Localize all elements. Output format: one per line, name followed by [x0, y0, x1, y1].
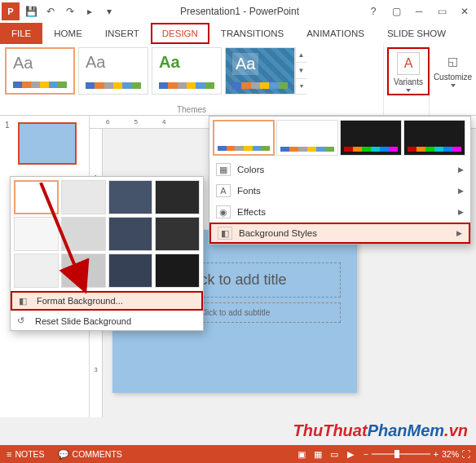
close-button[interactable]: ✕: [453, 2, 476, 20]
bg-style-2[interactable]: [61, 180, 106, 214]
tab-animations[interactable]: ANIMATIONS: [295, 23, 376, 44]
background-styles-submenu: ◧ Format Background... ↺ Reset Slide Bac…: [10, 176, 204, 331]
bg-style-5[interactable]: [14, 217, 59, 251]
customize-group: ◱ Customize: [429, 44, 476, 115]
bg-style-6[interactable]: [61, 217, 106, 251]
ribbon-options-button[interactable]: ▢: [385, 2, 408, 20]
tab-slideshow[interactable]: SLIDE SHOW: [376, 23, 457, 44]
bg-style-7[interactable]: [108, 217, 153, 251]
chevron-right-icon: ▶: [458, 187, 464, 195]
theme-thumb-4[interactable]: Aa: [225, 47, 295, 95]
notes-button[interactable]: ≡ NOTES: [0, 449, 51, 459]
bg-style-11[interactable]: [108, 254, 153, 288]
effects-icon: ◉: [216, 205, 231, 218]
themes-gallery-spinner[interactable]: ▲ ▼ ▾: [295, 47, 306, 95]
help-button[interactable]: ?: [362, 2, 385, 20]
fit-to-window-button[interactable]: ⛶: [462, 449, 471, 459]
status-bar: ≡ NOTES 💬 COMMENTS ▣ ▦ ▭ ▶ − + 32% ⛶: [0, 445, 476, 463]
background-icon: ◧: [218, 227, 232, 240]
view-slideshow-button[interactable]: ▶: [343, 448, 358, 461]
qat-customize-button[interactable]: ▾: [101, 3, 117, 20]
variants-group: A Variants: [383, 44, 429, 115]
menu-background-styles[interactable]: ◧ Background Styles ▶: [209, 223, 470, 244]
bg-style-9[interactable]: [14, 254, 59, 288]
variant-thumb-4[interactable]: [403, 120, 465, 156]
watermark: ThuThuatPhanMem.vn: [293, 421, 468, 440]
chevron-right-icon: ▶: [456, 229, 462, 237]
menu-effects[interactable]: ◉ Effects ▶: [209, 201, 470, 223]
tab-file[interactable]: FILE: [0, 23, 42, 44]
variants-button[interactable]: Variants: [390, 77, 426, 92]
slide-number: 1: [5, 121, 10, 130]
comments-button[interactable]: 💬 COMMENTS: [51, 449, 129, 460]
gallery-down-icon[interactable]: ▼: [296, 63, 306, 78]
window-title: Presentation1 - PowerPoint: [117, 6, 362, 17]
powerpoint-icon: P: [2, 2, 20, 20]
tab-insert[interactable]: INSERT: [94, 23, 151, 44]
chevron-right-icon: ▶: [458, 208, 464, 216]
zoom-out-button[interactable]: −: [364, 449, 368, 459]
variant-thumb-3[interactable]: [340, 120, 402, 156]
slide-thumbnail-1[interactable]: [18, 122, 77, 165]
gallery-up-icon[interactable]: ▲: [296, 47, 306, 63]
bg-style-1[interactable]: [14, 180, 59, 214]
view-normal-button[interactable]: ▣: [294, 448, 309, 461]
variant-thumb-2[interactable]: [276, 120, 338, 156]
themes-group-label: Themes: [0, 105, 383, 114]
view-reading-button[interactable]: ▭: [327, 448, 342, 461]
title-bar: P 💾 ↶ ↷ ▸ ▾ Presentation1 - PowerPoint ?…: [0, 0, 476, 23]
bg-style-4[interactable]: [155, 180, 200, 214]
notes-icon: ≡: [7, 449, 11, 459]
qat-redo-button[interactable]: ↷: [62, 3, 78, 20]
bg-style-12[interactable]: [155, 254, 200, 288]
menu-fonts[interactable]: A Fonts ▶: [209, 180, 470, 201]
format-background-icon: ◧: [19, 296, 32, 306]
tab-home[interactable]: HOME: [42, 23, 94, 44]
ribbon: Aa Aa Aa Aa ▲ ▼ ▾: [0, 44, 476, 116]
ribbon-tabs: FILE HOME INSERT DESIGN TRANSITIONS ANIM…: [0, 23, 476, 44]
qat-undo-button[interactable]: ↶: [42, 3, 59, 20]
tab-design[interactable]: DESIGN: [151, 23, 209, 44]
theme-thumb-1[interactable]: Aa: [5, 47, 75, 95]
theme-thumb-2[interactable]: Aa: [78, 47, 148, 95]
bg-style-8[interactable]: [155, 217, 200, 251]
fonts-icon: A: [216, 184, 231, 197]
zoom-level[interactable]: 32%: [442, 449, 459, 459]
colors-icon: ▦: [216, 163, 231, 176]
bg-style-3[interactable]: [108, 180, 153, 214]
qat-start-button[interactable]: ▸: [82, 3, 98, 20]
menu-reset-background[interactable]: ↺ Reset Slide Background: [11, 311, 203, 330]
minimize-button[interactable]: ─: [408, 2, 430, 20]
menu-colors[interactable]: ▦ Colors ▶: [209, 159, 470, 180]
comments-icon: 💬: [58, 449, 69, 460]
reset-icon: ↺: [17, 315, 30, 326]
variant-thumb-1[interactable]: [213, 120, 275, 156]
variants-dropdown: ▦ Colors ▶ A Fonts ▶ ◉ Effects ▶ ◧ Backg…: [209, 116, 471, 245]
maximize-button[interactable]: ▭: [430, 2, 453, 20]
zoom-in-button[interactable]: +: [434, 449, 439, 459]
bg-style-10[interactable]: [61, 254, 106, 288]
qat-save-button[interactable]: 💾: [23, 3, 39, 20]
themes-group: Aa Aa Aa Aa ▲ ▼ ▾: [0, 44, 383, 115]
slide-size-icon[interactable]: ◱: [444, 52, 462, 70]
theme-thumb-3[interactable]: Aa: [152, 47, 222, 95]
customize-label: Customize: [433, 73, 473, 87]
menu-format-background[interactable]: ◧ Format Background...: [11, 291, 203, 311]
zoom-slider[interactable]: [372, 453, 430, 455]
tab-transitions[interactable]: TRANSITIONS: [209, 23, 295, 44]
gallery-more-icon[interactable]: ▾: [296, 79, 306, 95]
chevron-right-icon: ▶: [458, 165, 464, 174]
variants-icon: A: [397, 52, 420, 75]
view-sorter-button[interactable]: ▦: [311, 448, 325, 461]
